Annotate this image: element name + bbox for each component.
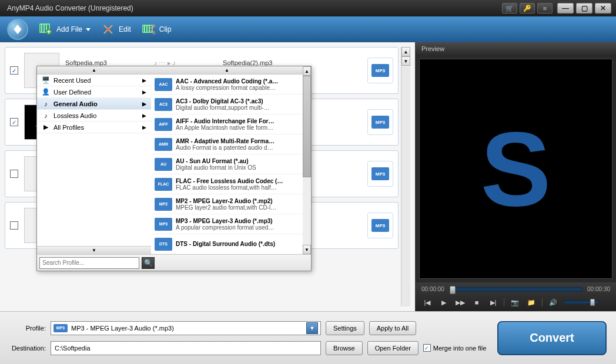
- format-icon: AIFF: [155, 118, 172, 131]
- profile-label: Profile:: [9, 325, 46, 332]
- merge-label: Merge into one file: [433, 345, 487, 352]
- profile-dropdown-button[interactable]: ▼: [306, 322, 318, 334]
- destination-input[interactable]: [51, 341, 321, 355]
- key-icon[interactable]: 🔑: [520, 3, 535, 14]
- svg-rect-2: [43, 23, 45, 33]
- profile-select[interactable]: MP3 MP3 - MPEG Layer-3 Audio (*.mp3) ▼: [51, 321, 321, 335]
- open-folder-button[interactable]: 📁: [525, 297, 537, 308]
- format-desc: A lossy compression format capable…: [176, 85, 278, 91]
- file-format-button[interactable]: MP3: [367, 213, 393, 238]
- category-scroll-up[interactable]: ▲: [37, 66, 151, 75]
- category-item[interactable]: ♪General Audio▶: [37, 98, 151, 110]
- format-title: AU - Sun AU Format (*.au): [176, 158, 256, 164]
- format-desc: A popular compression format used…: [176, 224, 274, 231]
- file-checkbox[interactable]: [10, 221, 18, 230]
- format-scroll-up[interactable]: ▲: [151, 66, 303, 75]
- app-logo: [7, 19, 28, 40]
- seek-knob[interactable]: [450, 286, 456, 294]
- format-title: FLAC - Free Lossless Audio Codec (…: [176, 178, 283, 184]
- prev-button[interactable]: |◀: [421, 297, 433, 308]
- scrollbar-thumb[interactable]: [303, 76, 311, 177]
- format-item[interactable]: AUAU - Sun AU Format (*.au)Digital audio…: [151, 154, 303, 174]
- time-current: 00:00:00: [421, 286, 444, 292]
- convert-button[interactable]: Convert: [497, 321, 607, 355]
- file-checkbox[interactable]: [10, 170, 18, 178]
- format-item[interactable]: AACAAC - Advanced Audio Coding (*.a…A lo…: [151, 75, 303, 95]
- format-item[interactable]: AC3AC3 - Dolby Digital AC-3 (*.ac3)Digit…: [151, 95, 303, 114]
- format-item[interactable]: MP2MP2 - MPEG Layer-2 Audio (*.mp2)MPEG …: [151, 194, 303, 214]
- volume-slider[interactable]: [564, 301, 599, 304]
- add-file-label: Add File: [56, 25, 82, 33]
- fast-forward-button[interactable]: ▶▶: [454, 297, 466, 308]
- format-title: AC3 - Dolby Digital AC-3 (*.ac3): [176, 98, 270, 105]
- settings-button[interactable]: Settings: [326, 321, 364, 335]
- chevron-right-icon: ▶: [142, 89, 146, 95]
- category-item[interactable]: 👤User Defined▶: [37, 86, 151, 98]
- seek-slider[interactable]: [449, 287, 582, 292]
- format-title: AAC - Advanced Audio Coding (*.a…: [176, 78, 278, 85]
- browse-button[interactable]: Browse: [326, 341, 363, 355]
- preferences-icon[interactable]: ≡: [537, 3, 553, 14]
- volume-knob[interactable]: [590, 299, 595, 306]
- apply-to-all-button[interactable]: Apply to All: [369, 321, 416, 335]
- format-badge: MP3: [371, 167, 389, 180]
- chevron-right-icon: ▶: [142, 124, 146, 130]
- open-folder-button[interactable]: Open Folder: [367, 341, 419, 355]
- file-format-button[interactable]: MP3: [367, 109, 393, 135]
- chevron-right-icon: ▶: [142, 101, 146, 107]
- format-item[interactable]: AMRAMR - Adaptive Multi-Rate Forma…Audio…: [151, 134, 303, 154]
- format-badge: MP3: [371, 64, 389, 77]
- category-item[interactable]: ♪Lossless Audio▶: [37, 110, 151, 122]
- file-format-button[interactable]: MP3: [367, 161, 393, 187]
- scroll-down-icon[interactable]: ▼: [303, 245, 311, 254]
- file-checkbox[interactable]: ✓: [10, 66, 18, 75]
- edit-button[interactable]: Edit: [101, 22, 131, 36]
- svg-rect-9: [149, 25, 150, 33]
- chevron-down-icon: [86, 28, 91, 31]
- search-icon: 🔍: [144, 259, 153, 267]
- category-icon: 👤: [42, 88, 50, 96]
- clip-button[interactable]: Clip: [142, 22, 172, 36]
- scroll-down-icon[interactable]: ▼: [401, 56, 410, 66]
- edit-label: Edit: [119, 25, 131, 33]
- scroll-up-icon[interactable]: ▲: [401, 47, 410, 56]
- add-file-button[interactable]: Add File: [39, 22, 91, 36]
- format-icon: DTS: [155, 238, 172, 251]
- maximize-button[interactable]: ▢: [576, 3, 592, 14]
- volume-icon[interactable]: 🔊: [547, 297, 559, 308]
- play-button[interactable]: ▶: [438, 297, 450, 308]
- category-item[interactable]: 🖥️Recent Used▶: [37, 75, 151, 86]
- minimize-button[interactable]: —: [557, 3, 574, 14]
- profile-search-input[interactable]: [39, 257, 139, 269]
- snapshot-button[interactable]: 📷: [509, 297, 521, 308]
- format-icon: AAC: [155, 78, 172, 91]
- destination-label: Destination:: [9, 345, 46, 352]
- format-icon: AMR: [155, 138, 172, 151]
- merge-checkbox[interactable]: ✓ Merge into one file: [423, 344, 487, 352]
- format-desc: FLAC audio lossless format,with half…: [176, 184, 283, 191]
- file-list-scrollbar[interactable]: ▲ ▼: [401, 47, 410, 306]
- scroll-up-icon[interactable]: ▲: [303, 66, 311, 76]
- close-button[interactable]: ✕: [595, 3, 611, 14]
- next-button[interactable]: ▶|: [487, 297, 499, 308]
- file-format-button[interactable]: MP3: [367, 58, 393, 83]
- file-checkbox[interactable]: ✓: [10, 118, 18, 126]
- format-item[interactable]: FLACFLAC - Free Lossless Audio Codec (…F…: [151, 174, 303, 194]
- preview-image: S: [480, 127, 551, 211]
- format-badge: MP3: [371, 219, 389, 232]
- checkbox-icon: ✓: [423, 344, 431, 352]
- stop-button[interactable]: ■: [471, 297, 483, 308]
- format-title: MP3 - MPEG Layer-3 Audio (*.mp3): [176, 218, 274, 224]
- category-label: All Profiles: [53, 124, 84, 131]
- category-item[interactable]: ▶All Profiles▶: [37, 122, 151, 133]
- search-button[interactable]: 🔍: [142, 257, 155, 269]
- format-item[interactable]: AIFFAIFF - Audio Interchange File For…An…: [151, 114, 303, 134]
- category-icon: ▶: [42, 123, 50, 132]
- format-item[interactable]: DTSDTS - Digital Surround Audio (*.dts): [151, 234, 303, 254]
- format-item[interactable]: MP3MP3 - MPEG Layer-3 Audio (*.mp3)A pop…: [151, 214, 303, 234]
- format-desc: An Apple Macintosh native file form…: [176, 124, 274, 131]
- cart-icon[interactable]: 🛒: [502, 3, 517, 14]
- category-scroll-down[interactable]: ▼: [37, 246, 151, 254]
- format-scrollbar[interactable]: ▲ ▼: [303, 66, 311, 254]
- profile-dropdown-popup: ▲ 🖥️Recent Used▶👤User Defined▶♪General A…: [36, 66, 312, 271]
